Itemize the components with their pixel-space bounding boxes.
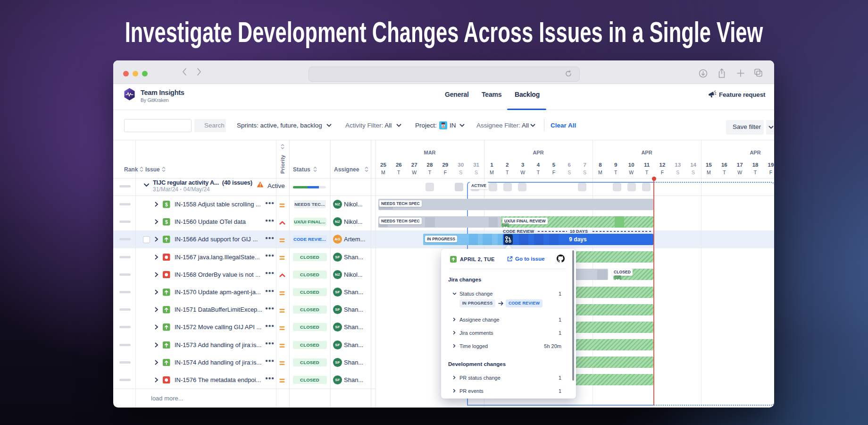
svg-text:$: $ <box>165 220 168 225</box>
svg-text:$: $ <box>165 202 168 207</box>
